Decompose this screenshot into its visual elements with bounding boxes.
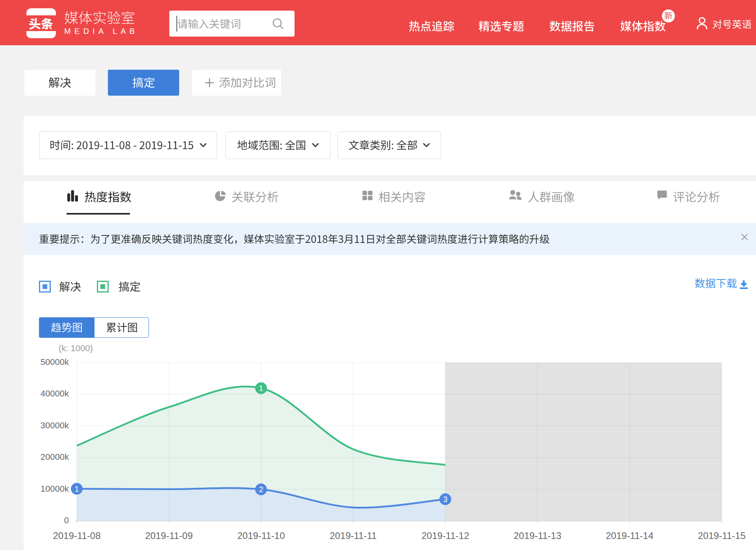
svg-text:2: 2	[259, 485, 263, 494]
svg-text:3: 3	[443, 495, 447, 504]
svg-text:1: 1	[74, 485, 79, 493]
svg-text:1: 1	[259, 384, 263, 393]
